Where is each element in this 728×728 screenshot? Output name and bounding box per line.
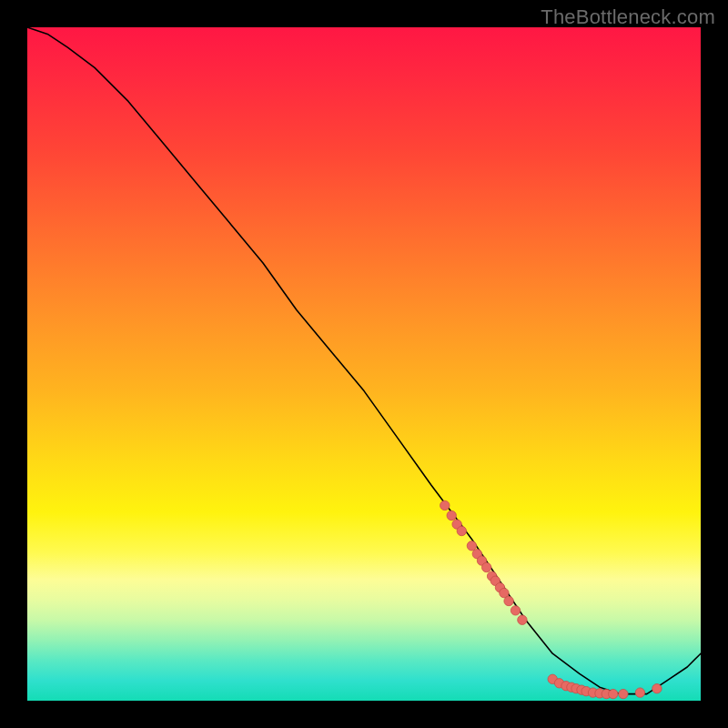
- scatter-point: [609, 689, 618, 698]
- scatter-points: [440, 500, 662, 699]
- scatter-point: [467, 541, 476, 551]
- scatter-point: [481, 562, 490, 571]
- scatter-point: [652, 683, 662, 693]
- scatter-point: [635, 688, 644, 697]
- chart-overlay: [27, 27, 701, 701]
- scatter-point: [518, 615, 527, 624]
- plot-area: [27, 27, 701, 701]
- scatter-point: [504, 596, 513, 605]
- watermark-text: TheBottleneck.com: [541, 5, 715, 29]
- scatter-point: [511, 606, 520, 615]
- scatter-point: [447, 511, 456, 520]
- scatter-point: [457, 526, 466, 535]
- bottleneck-curve: [27, 27, 701, 694]
- scatter-point: [440, 500, 450, 510]
- chart-stage: TheBottleneck.com: [0, 0, 728, 728]
- scatter-point: [619, 689, 628, 698]
